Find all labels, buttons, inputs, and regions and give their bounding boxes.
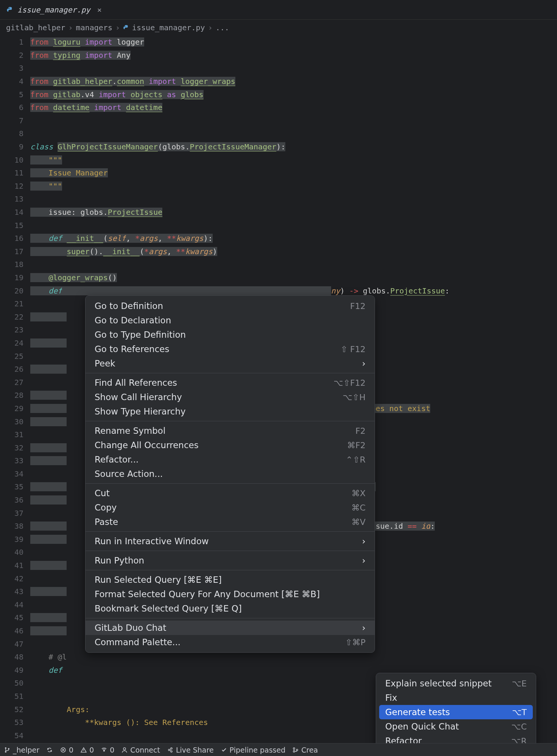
context-menu: Go to DefinitionF12Go to DeclarationGo t… bbox=[85, 295, 375, 653]
breadcrumb-item[interactable]: gitlab_helper bbox=[6, 23, 65, 32]
status-item-person[interactable]: Connect bbox=[121, 746, 160, 754]
code-content[interactable]: def ny) -> globs.ProjectIssue: bbox=[30, 286, 450, 295]
line-number: 6 bbox=[0, 103, 30, 112]
code-content[interactable]: # @l bbox=[30, 652, 67, 661]
code-content[interactable]: from gitlab.v4 import objects as globs bbox=[30, 90, 204, 99]
submenu-item-open-quick-chat[interactable]: Open Quick Chat⌥C bbox=[376, 719, 536, 734]
menu-item-run-in-interactive-window[interactable]: Run in Interactive Window› bbox=[86, 534, 375, 548]
menu-item-go-to-definition[interactable]: Go to DefinitionF12 bbox=[86, 299, 375, 313]
code-content[interactable] bbox=[30, 587, 67, 596]
menu-item-go-to-references[interactable]: Go to References⇧ F12 bbox=[86, 342, 375, 356]
menu-item-rename-symbol[interactable]: Rename SymbolF2 bbox=[86, 424, 375, 438]
code-content[interactable] bbox=[30, 338, 67, 348]
code-line[interactable]: 1from loguru import logger bbox=[0, 36, 557, 49]
menu-item-run-selected-query-e-e[interactable]: Run Selected Query [⌘E ⌘E] bbox=[86, 573, 375, 587]
code-content[interactable]: def __init__(self, *args, **kwargs): bbox=[30, 234, 213, 243]
code-line[interactable]: 17 super().__init__(*args, **kwargs) bbox=[0, 245, 557, 258]
code-content[interactable]: from typing import Any bbox=[30, 51, 131, 60]
menu-item-paste[interactable]: Paste⌘V bbox=[86, 515, 375, 529]
menu-item-peek[interactable]: Peek› bbox=[86, 356, 375, 371]
editor-tab[interactable]: issue_manager.py × bbox=[0, 0, 108, 19]
menu-item-gitlab-duo-chat[interactable]: GitLab Duo Chat› bbox=[86, 621, 375, 635]
code-line[interactable]: 12 """ bbox=[0, 180, 557, 193]
status-item-error[interactable]: 0 bbox=[60, 746, 73, 754]
code-content[interactable]: super().__init__(*args, **kwargs) bbox=[30, 247, 217, 256]
code-line[interactable]: 14 issue: globs.ProjectIssue bbox=[0, 206, 557, 219]
code-content[interactable]: """ bbox=[30, 155, 62, 165]
sync-icon bbox=[46, 747, 53, 753]
code-content[interactable]: from loguru import logger bbox=[30, 37, 144, 47]
menu-item-bookmark-selected-query-e-q[interactable]: Bookmark Selected Query [⌘E Q] bbox=[86, 601, 375, 616]
line-number: 13 bbox=[0, 194, 30, 203]
code-content[interactable]: issue: globs.ProjectIssue bbox=[30, 208, 162, 217]
status-item-warning[interactable]: 0 bbox=[80, 746, 94, 754]
code-content[interactable]: from datetime import datetime bbox=[30, 103, 162, 112]
code-content[interactable]: """ bbox=[30, 182, 62, 191]
code-content[interactable] bbox=[30, 613, 67, 622]
code-line[interactable]: 3 bbox=[0, 62, 557, 75]
menu-item-show-type-hierarchy[interactable]: Show Type Hierarchy bbox=[86, 404, 375, 419]
breadcrumb-item[interactable]: ... bbox=[216, 23, 229, 32]
menu-item-run-python[interactable]: Run Python› bbox=[86, 553, 375, 568]
status-item-sync[interactable] bbox=[46, 747, 53, 753]
code-content[interactable]: @logger_wraps() bbox=[30, 273, 117, 282]
code-line[interactable]: 18 bbox=[0, 258, 557, 271]
code-line[interactable]: 11 Issue Manager bbox=[0, 166, 557, 180]
code-line[interactable]: 2from typing import Any bbox=[0, 49, 557, 62]
code-line[interactable]: 15 bbox=[0, 219, 557, 232]
code-content[interactable] bbox=[30, 417, 67, 426]
code-line[interactable]: 7 bbox=[0, 114, 557, 127]
submenu-item-explain-selected-snippet[interactable]: Explain selected snippet⌥E bbox=[376, 676, 536, 691]
code-content[interactable]: **kwargs (): See References bbox=[30, 718, 208, 727]
menu-item-show-call-hierarchy[interactable]: Show Call Hierarchy⌥⇧H bbox=[86, 390, 375, 404]
menu-item-go-to-type-definition[interactable]: Go to Type Definition bbox=[86, 328, 375, 342]
line-number: 41 bbox=[0, 561, 30, 570]
code-line[interactable]: 4from gitlab_helper.common import logger… bbox=[0, 75, 557, 88]
code-line[interactable]: 16 def __init__(self, *args, **kwargs): bbox=[0, 232, 557, 245]
status-item-branch[interactable]: _helper bbox=[4, 746, 39, 754]
code-content[interactable]: def bbox=[30, 666, 62, 675]
menu-item-go-to-declaration[interactable]: Go to Declaration bbox=[86, 313, 375, 328]
menu-item-find-all-references[interactable]: Find All References⌥⇧F12 bbox=[86, 376, 375, 390]
menu-shortcut: ⌥E bbox=[512, 679, 527, 688]
close-icon[interactable]: × bbox=[97, 5, 102, 14]
menu-separator bbox=[86, 551, 375, 551]
status-item-check[interactable]: Pipeline passed bbox=[221, 746, 286, 754]
code-line[interactable]: 19 @logger_wraps() bbox=[0, 271, 557, 284]
menu-item-cut[interactable]: Cut⌘X bbox=[86, 486, 375, 500]
code-content[interactable] bbox=[30, 535, 67, 544]
menu-item-source-action[interactable]: Source Action... bbox=[86, 467, 375, 481]
status-item-git[interactable]: Crea bbox=[292, 746, 318, 754]
code-content[interactable]: Issue Manager bbox=[30, 168, 108, 177]
breadcrumb-item[interactable]: issue_manager.py bbox=[132, 23, 205, 32]
code-content[interactable] bbox=[30, 312, 67, 321]
code-line[interactable]: 9class GlhProjectIssueManager(globs.Proj… bbox=[0, 140, 557, 154]
menu-item-copy[interactable]: Copy⌘C bbox=[86, 500, 375, 515]
status-item-liveshare[interactable]: Live Share bbox=[167, 746, 214, 754]
submenu-item-generate-tests[interactable]: Generate tests⌥T bbox=[379, 705, 533, 719]
menu-item-format-selected-query-for-any-document-e-b[interactable]: Format Selected Query For Any Document [… bbox=[86, 587, 375, 601]
breadcrumb-item[interactable]: managers bbox=[76, 23, 112, 32]
line-number: 48 bbox=[0, 652, 30, 661]
code-line[interactable]: 5from gitlab.v4 import objects as globs bbox=[0, 88, 557, 101]
code-line[interactable]: 13 bbox=[0, 192, 557, 206]
submenu-item-fix[interactable]: Fix bbox=[376, 691, 536, 705]
line-number: 54 bbox=[0, 731, 30, 740]
code-line[interactable]: 6from datetime import datetime bbox=[0, 101, 557, 114]
code-content[interactable] bbox=[30, 495, 67, 505]
code-content[interactable] bbox=[30, 391, 67, 400]
code-content[interactable] bbox=[30, 561, 67, 570]
code-content[interactable]: class GlhProjectIssueManager(globs.Proje… bbox=[30, 142, 285, 151]
code-content[interactable]: Args: bbox=[30, 705, 90, 714]
code-content[interactable] bbox=[30, 626, 67, 635]
menu-shortcut: ⌥⇧H bbox=[343, 393, 366, 402]
menu-item-command-palette[interactable]: Command Palette...⇧⌘P bbox=[86, 635, 375, 649]
code-content[interactable] bbox=[30, 456, 67, 465]
code-content[interactable] bbox=[30, 365, 67, 374]
code-line[interactable]: 10 """ bbox=[0, 153, 557, 166]
menu-item-change-all-occurrences[interactable]: Change All Occurrences⌘F2 bbox=[86, 438, 375, 452]
status-item-radio[interactable]: 0 bbox=[101, 746, 114, 754]
menu-item-refactor[interactable]: Refactor...⌃⇧R bbox=[86, 452, 375, 467]
code-content[interactable]: from gitlab_helper.common import logger_… bbox=[30, 77, 235, 86]
code-line[interactable]: 8 bbox=[0, 127, 557, 140]
